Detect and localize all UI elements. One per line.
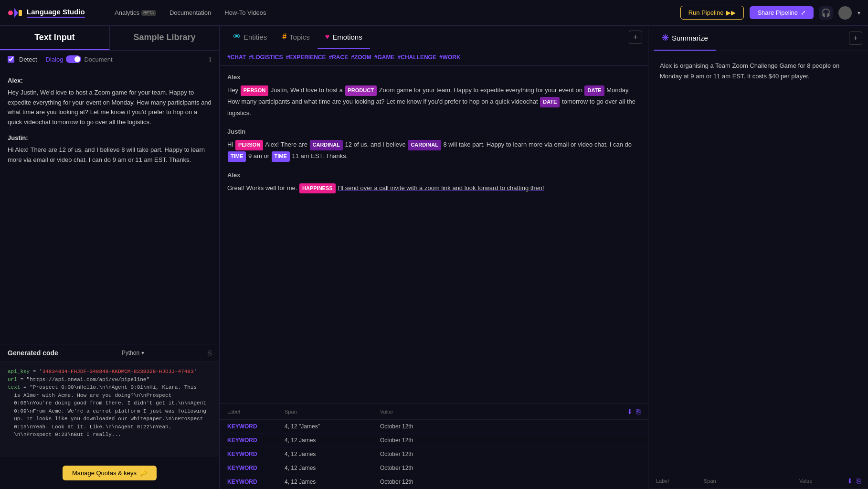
- td-span-4: 4, 12 James: [285, 465, 380, 471]
- speaker1-text[interactable]: Hey Justin, We'd love to host a Zoom gam…: [8, 88, 212, 128]
- rth-label: Label: [656, 478, 704, 484]
- generated-code-section: Generated code Python ▾ ⎘ api_key = '348…: [0, 344, 219, 457]
- info-icon[interactable]: ℹ: [209, 56, 212, 63]
- tag-time-2: TIME: [272, 151, 290, 162]
- speaker1-label: Alex:: [8, 76, 212, 86]
- nav-documentation[interactable]: Documentation: [169, 9, 211, 16]
- entity-text-alex1: Hey PERSON Justin, We'd love to host a P…: [227, 85, 640, 118]
- panel-tabs: Text Input Sample Library: [0, 26, 219, 51]
- td-label-5: KEYWORD: [227, 478, 285, 485]
- dialog-toggle-row: Dialog Document: [46, 55, 113, 63]
- right-download-icon[interactable]: ⬇: [847, 477, 853, 485]
- copy-table-icon[interactable]: ⎘: [636, 408, 640, 415]
- manage-quotas-button[interactable]: Manage Quotas & keys 🔑: [63, 466, 157, 480]
- table-row: KEYWORD 4, 12 James October 12th: [220, 434, 648, 447]
- speaker-block-justin: Justin Hi PERSON Alex! There are CARDINA…: [227, 128, 640, 162]
- td-value-4: October 12th: [380, 465, 640, 471]
- share-pipeline-button[interactable]: Share Pipeline ⤢: [750, 6, 814, 19]
- td-span-5: 4, 12 James: [285, 478, 380, 485]
- hashtag-experience[interactable]: #EXPERIENCE: [286, 54, 326, 61]
- hashtag-challenge[interactable]: #CHALLENGE: [398, 54, 436, 61]
- right-copy-icon[interactable]: ⎘: [857, 477, 860, 485]
- th-value: Value: [380, 409, 627, 415]
- copy-code-icon[interactable]: ⎘: [208, 349, 212, 357]
- tag-time-1: TIME: [228, 151, 246, 162]
- tab-sample-library[interactable]: Sample Library: [110, 26, 219, 50]
- right-tab-bar: ❋ Summarize +: [648, 26, 868, 51]
- tag-person-2: PERSON: [235, 140, 263, 150]
- tag-date-1: DATE: [584, 85, 604, 96]
- tag-product-1: PRODUCT: [345, 85, 377, 96]
- hashtag-race[interactable]: #RACE: [329, 54, 349, 61]
- top-nav: Language Studio Analytics BETA Documenta…: [0, 0, 868, 26]
- topics-icon: #: [282, 32, 286, 41]
- tag-person-1: PERSON: [241, 85, 268, 96]
- nav-right: Run Pipeline ▶▶ Share Pipeline ⤢ 🎧 ▾: [680, 6, 860, 20]
- emotions-content: Alex Hey PERSON Justin, We'd love to hos…: [220, 66, 648, 404]
- headset-icon[interactable]: 🎧: [819, 6, 833, 20]
- run-pipeline-button[interactable]: Run Pipeline ▶▶: [680, 6, 744, 20]
- tag-cardinal-2: CARDINAL: [408, 140, 441, 150]
- table-row: KEYWORD 4, 12 James October 12th: [220, 447, 648, 461]
- tag-date-2: DATE: [540, 97, 560, 107]
- speaker-name-alex1: Alex: [227, 74, 640, 81]
- tab-emotions[interactable]: ♥ Emotions: [318, 26, 370, 49]
- hashtag-logistics[interactable]: #LOGISTICS: [249, 54, 283, 61]
- td-label-2: KEYWORD: [227, 437, 285, 444]
- td-span-1: 4, 12 "James": [285, 423, 380, 430]
- add-tab-button[interactable]: +: [629, 31, 642, 44]
- speaker-name-justin: Justin: [227, 128, 640, 135]
- add-right-tab-button[interactable]: +: [849, 32, 862, 45]
- summarize-icon: ❋: [662, 32, 669, 43]
- rth-span: Span: [704, 478, 799, 484]
- tab-topics[interactable]: # Topics: [275, 26, 317, 49]
- download-icon[interactable]: ⬇: [627, 408, 633, 415]
- app-title: Language Studio: [27, 8, 85, 18]
- manage-btn-wrap: Manage Quotas & keys 🔑: [0, 457, 219, 489]
- summary-text: Alex is organising a Team Zoom Challenge…: [660, 62, 839, 80]
- hashtag-bar: #CHAT #LOGISTICS #EXPERIENCE #RACE #ZOOM…: [220, 49, 648, 66]
- tag-happiness-1: HAPPINESS: [299, 183, 336, 194]
- dialog-toggle[interactable]: [66, 55, 81, 63]
- speaker-name-alex2: Alex: [227, 171, 640, 179]
- right-table-header: Label Span Value ⬇ ⎘: [648, 473, 868, 489]
- svg-marker-1: [14, 8, 18, 18]
- text-content-area: Alex: Hey Justin, We'd love to host a Zo…: [0, 68, 219, 344]
- tab-summarize[interactable]: ❋ Summarize: [654, 26, 716, 51]
- profile-chevron-icon[interactable]: ▾: [857, 10, 860, 16]
- rth-value: Value: [799, 478, 847, 484]
- tab-text-input[interactable]: Text Input: [0, 26, 110, 50]
- th-label: Label: [227, 409, 285, 415]
- td-value-1: October 12th: [380, 423, 640, 430]
- td-label-4: KEYWORD: [227, 465, 285, 471]
- generated-code-title: Generated code: [8, 349, 58, 357]
- main-layout: Text Input Sample Library Detect Dialog …: [0, 26, 868, 489]
- nav-how-to-videos[interactable]: How-To Videos: [224, 9, 266, 16]
- code-header: Generated code Python ▾ ⎘: [0, 344, 219, 361]
- hashtag-zoom[interactable]: #ZOOM: [351, 54, 371, 61]
- detect-checkbox[interactable]: [8, 56, 14, 63]
- hashtag-chat[interactable]: #CHAT: [227, 54, 246, 61]
- middle-bottom-table: Label Span Value ⬇ ⎘ KEYWORD 4, 12 "Jame…: [220, 404, 648, 489]
- code-lang-selector[interactable]: Python ▾: [122, 350, 144, 356]
- avatar[interactable]: [838, 6, 852, 20]
- tab-entities[interactable]: 👁 Entities: [225, 26, 275, 49]
- speaker-block-alex2: Alex Great! Works well for me. HAPPINESS…: [227, 171, 640, 194]
- summarize-content: Alex is organising a Team Zoom Challenge…: [648, 51, 868, 473]
- td-value-3: October 12th: [380, 451, 640, 457]
- td-value-5: October 12th: [380, 478, 640, 485]
- td-value-2: October 12th: [380, 437, 640, 444]
- td-span-2: 4, 12 James: [285, 437, 380, 444]
- middle-tab-bar: 👁 Entities # Topics ♥ Emotions +: [220, 26, 648, 49]
- speaker-block-alex1: Alex Hey PERSON Justin, We'd love to hos…: [227, 74, 640, 118]
- left-panel: Text Input Sample Library Detect Dialog …: [0, 26, 220, 489]
- entity-text-justin: Hi PERSON Alex! There are CARDINAL 12 of…: [227, 139, 640, 162]
- tag-cardinal-1: CARDINAL: [310, 140, 343, 150]
- nav-links: Analytics BETA Documentation How-To Vide…: [115, 9, 669, 16]
- speaker2-text[interactable]: Hi Alex! There are 12 of us, and I belie…: [8, 145, 212, 165]
- entity-text-alex2: Great! Works well for me. HAPPINESS I'll…: [227, 182, 640, 194]
- th-span: Span: [285, 409, 380, 415]
- hashtag-game[interactable]: #GAME: [374, 54, 395, 61]
- hashtag-work[interactable]: #WORK: [439, 54, 461, 61]
- nav-analytics[interactable]: Analytics BETA: [115, 9, 156, 16]
